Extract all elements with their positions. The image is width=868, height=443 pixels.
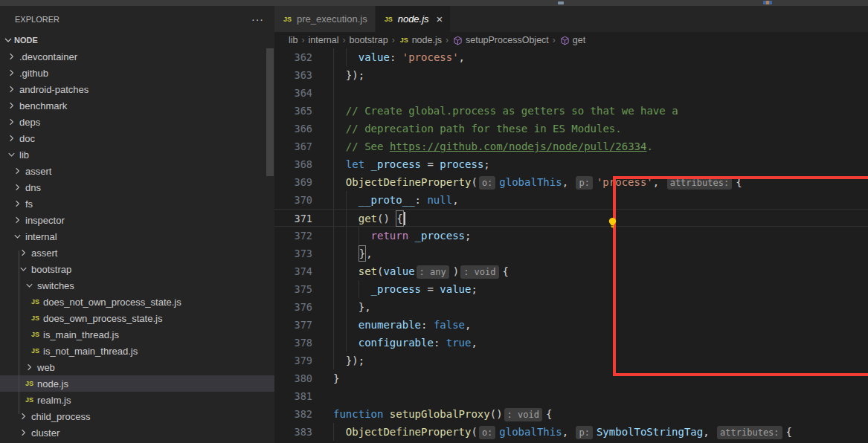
line-number[interactable]: 369	[274, 173, 333, 191]
inlay-hint: p:	[576, 426, 592, 439]
keyword-token: globalThis	[499, 426, 562, 438]
line-number[interactable]: 367	[274, 138, 333, 155]
tree-item-lib[interactable]: lib	[0, 146, 274, 163]
code-line-369[interactable]: 369 ObjectDefineProperty(o:globalThis, p…	[274, 173, 868, 191]
code-line-366[interactable]: 366 // deprecation path for these in ES …	[274, 120, 868, 138]
tree-item-label: does_own_process_state.js	[43, 313, 162, 324]
tree-item-doc[interactable]: doc	[0, 130, 274, 146]
code-line-380[interactable]: 380}	[274, 369, 868, 387]
tree-item-realm.js[interactable]: JSrealm.js	[0, 392, 274, 408]
sidebar-scrollbar[interactable]	[266, 48, 274, 176]
code-line-379[interactable]: 379 });	[274, 352, 868, 369]
breadcrumb-item-bootstrap[interactable]: bootstrap	[350, 35, 388, 45]
code-line-370[interactable]: 370 __proto__: null,	[274, 191, 868, 209]
tree-item-assert[interactable]: assert	[0, 245, 274, 261]
code-line-381[interactable]: 381	[274, 387, 868, 405]
lightbulb-icon[interactable]	[607, 217, 619, 229]
tree-item-does_not_own_process_state.js[interactable]: JSdoes_not_own_process_state.js	[0, 294, 274, 310]
tree-item-web[interactable]: web	[0, 359, 274, 375]
code-line-376[interactable]: 376 },	[274, 298, 868, 316]
line-number[interactable]: 381	[274, 387, 333, 405]
indent-whitespace	[333, 158, 346, 170]
punctuation-token: ,	[452, 194, 458, 206]
line-content: _process = value;	[333, 280, 868, 298]
code-line-362[interactable]: 362 value: 'process',	[274, 48, 868, 66]
code-editor[interactable]: 362 value: 'process',363 });364365 // Cr…	[274, 48, 868, 441]
punctuation-token: ()	[377, 213, 396, 224]
close-icon[interactable]: ×	[437, 13, 443, 25]
line-number[interactable]: 365	[274, 102, 333, 120]
line-number[interactable]: 383	[274, 423, 333, 441]
breadcrumb-label: bootstrap	[350, 35, 388, 45]
line-number[interactable]: 370	[274, 191, 333, 209]
breadcrumb-item-setupProcessObject[interactable]: setupProcessObject	[452, 34, 549, 46]
tree-item-is_main_thread.js[interactable]: JSis_main_thread.js	[0, 326, 274, 343]
code-line-368[interactable]: 368 let _process = process;	[274, 155, 868, 173]
code-line-364[interactable]: 364	[274, 84, 868, 102]
code-line-378[interactable]: 378 configurable: true,	[274, 334, 868, 352]
tree-item-child_process[interactable]: child_process	[0, 408, 274, 424]
section-header-node[interactable]: NODE	[0, 32, 274, 48]
line-number[interactable]: 379	[274, 352, 333, 369]
tree-item-is_not_main_thread.js[interactable]: JSis_not_main_thread.js	[0, 343, 274, 359]
line-number[interactable]: 373	[274, 245, 333, 262]
breadcrumb-item-node.js[interactable]: JSnode.js	[399, 34, 442, 46]
line-number[interactable]: 382	[274, 405, 333, 423]
line-number[interactable]: 376	[274, 298, 333, 316]
tab-bar: JSpre_execution.jsJSnode.js×	[274, 6, 868, 32]
line-number[interactable]: 364	[274, 84, 333, 102]
tree-item-cluster[interactable]: cluster	[0, 424, 274, 441]
tree-item-bootstrap[interactable]: bootstrap	[0, 261, 274, 277]
chevron-right-icon	[12, 165, 23, 177]
code-line-363[interactable]: 363 });	[274, 66, 868, 84]
line-number[interactable]: 375	[274, 280, 333, 298]
indent-guide	[346, 298, 347, 316]
line-number[interactable]: 378	[274, 334, 333, 352]
line-content: ObjectDefineProperty(o:globalThis, p:'pr…	[333, 173, 868, 191]
tree-item-inspector[interactable]: inspector	[0, 212, 274, 228]
tree-item-switches[interactable]: switches	[0, 277, 274, 294]
line-content: return _process;	[333, 227, 868, 245]
link-token[interactable]: https://github.com/nodejs/node/pull/2633…	[390, 140, 647, 152]
indent-guide	[333, 48, 334, 66]
code-line-383[interactable]: 383 ObjectDefineProperty(o:globalThis, p…	[274, 423, 868, 441]
code-line-372[interactable]: 372 return _process;	[274, 227, 868, 245]
code-line-374[interactable]: 374 set(value: any): void{	[274, 262, 868, 280]
line-number[interactable]: 363	[274, 66, 333, 84]
line-number[interactable]: 368	[274, 155, 333, 173]
line-number[interactable]: 366	[274, 120, 333, 138]
tab-node.js[interactable]: JSnode.js×	[376, 6, 451, 32]
inlay-hint: attributes:	[717, 426, 782, 439]
code-line-371[interactable]: 371 get() {	[274, 209, 868, 227]
tree-item-assert[interactable]: assert	[0, 163, 274, 179]
breadcrumb-item-lib[interactable]: lib	[289, 35, 298, 45]
code-line-377[interactable]: 377 enumerable: false,	[274, 316, 868, 334]
tree-item-node.js[interactable]: JSnode.js	[0, 375, 274, 392]
tree-item-.devcontainer[interactable]: .devcontainer	[0, 48, 274, 65]
code-line-375[interactable]: 375 _process = value;	[274, 280, 868, 298]
tree-item-benchmark[interactable]: benchmark	[0, 97, 274, 114]
line-number[interactable]: 372	[274, 227, 333, 245]
tree-item-deps[interactable]: deps	[0, 114, 274, 130]
code-line-367[interactable]: 367 // See https://github.com/nodejs/nod…	[274, 138, 868, 155]
tree-item-dns[interactable]: dns	[0, 179, 274, 195]
breadcrumb-item-internal[interactable]: internal	[309, 35, 339, 45]
line-number[interactable]: 377	[274, 316, 333, 334]
line-number[interactable]: 371	[274, 210, 333, 226]
tree-item-internal[interactable]: internal	[0, 228, 274, 245]
tree-item-fs[interactable]: fs	[0, 195, 274, 212]
tree-item-android-patches[interactable]: android-patches	[0, 81, 274, 97]
line-content: // See https://github.com/nodejs/node/pu…	[333, 138, 868, 155]
line-number[interactable]: 362	[274, 48, 333, 66]
code-line-365[interactable]: 365 // Create global.process as getters …	[274, 102, 868, 120]
code-line-382[interactable]: 382function setupGlobalProxy(): void{	[274, 405, 868, 423]
more-actions-icon[interactable]: ···	[251, 13, 264, 25]
line-number[interactable]: 374	[274, 262, 333, 280]
tree-item-.github[interactable]: .github	[0, 65, 274, 81]
punctuation-token: ,	[653, 176, 666, 188]
tree-item-does_own_process_state.js[interactable]: JSdoes_own_process_state.js	[0, 310, 274, 326]
breadcrumb-item-get[interactable]: get	[559, 34, 585, 46]
tab-pre_execution.js[interactable]: JSpre_execution.js	[274, 6, 376, 32]
code-line-373[interactable]: 373 },	[274, 245, 868, 262]
line-number[interactable]: 380	[274, 369, 333, 387]
